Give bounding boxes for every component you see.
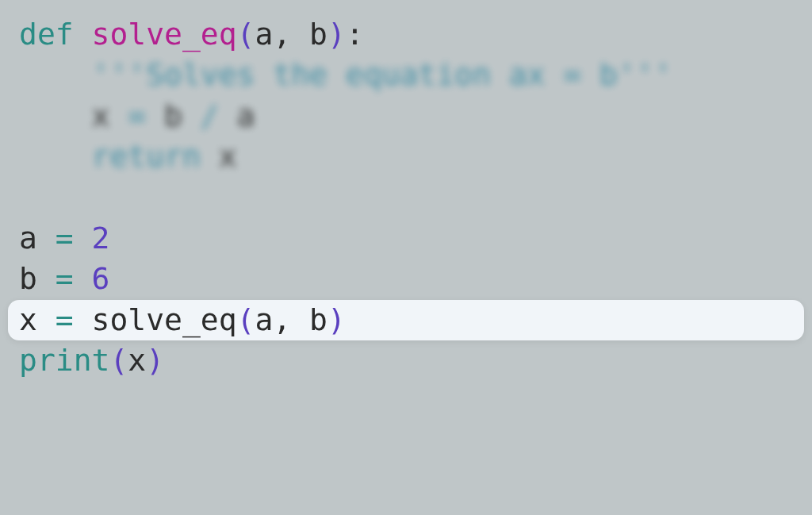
paren-open: ( <box>237 17 255 52</box>
colon: : <box>346 17 364 52</box>
param-a: a <box>255 17 273 52</box>
paren-close: ) <box>146 343 164 378</box>
code-line-9[interactable]: print(x) <box>0 340 812 381</box>
number-literal: 6 <box>92 261 110 296</box>
code-line-8-highlighted[interactable]: x = solve_eq(a, b) <box>8 300 804 340</box>
code-line-3[interactable]: x = b / a <box>0 96 812 136</box>
code-line-4[interactable]: return x <box>0 136 812 177</box>
indent <box>19 139 92 174</box>
var-x: x <box>19 302 56 337</box>
var-b: b <box>19 261 56 296</box>
function-name: solve_eq <box>92 17 237 52</box>
docstring: '''Solves the equation ax = b''' <box>92 57 672 92</box>
code-line-2[interactable]: '''Solves the equation ax = b''' <box>0 55 812 95</box>
op-equals: = <box>56 221 92 256</box>
indent <box>19 98 92 133</box>
number-literal: 2 <box>92 221 110 256</box>
var-b: b <box>164 98 201 133</box>
paren-open: ( <box>237 302 255 337</box>
keyword-def: def <box>19 17 92 52</box>
param-b: b <box>309 17 327 52</box>
var-a: a <box>19 221 56 256</box>
code-line-7[interactable]: b = 6 <box>0 259 812 299</box>
keyword-return: return <box>92 139 219 174</box>
code-line-1[interactable]: def solve_eq(a, b): <box>0 14 812 55</box>
arg-x: x <box>128 343 146 378</box>
op-equals: = <box>56 261 92 296</box>
var-a: a <box>237 98 255 133</box>
arg-a: a <box>255 302 273 337</box>
blank-line <box>0 177 812 218</box>
op-equals: = <box>128 98 164 133</box>
arg-b: b <box>309 302 327 337</box>
comma: , <box>273 302 309 337</box>
comma: , <box>273 17 309 52</box>
op-equals: = <box>56 302 92 337</box>
code-line-6[interactable]: a = 2 <box>0 218 812 259</box>
paren-close: ) <box>327 17 346 52</box>
var-x: x <box>219 139 237 174</box>
var-x: x <box>92 98 128 133</box>
builtin-print: print <box>19 343 109 378</box>
function-call: solve_eq <box>92 302 237 337</box>
op-divide: / <box>201 98 237 133</box>
paren-close: ) <box>327 302 346 337</box>
paren-open: ( <box>109 343 128 378</box>
indent <box>19 57 92 92</box>
